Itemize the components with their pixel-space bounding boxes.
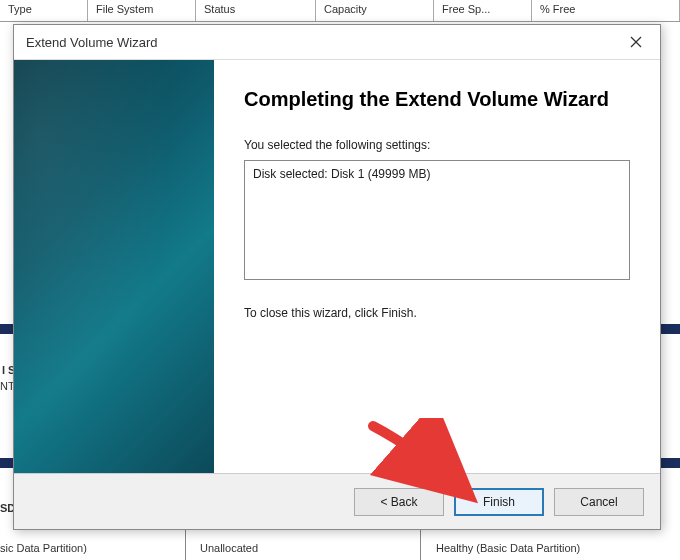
button-row: < Back Finish Cancel <box>14 473 660 529</box>
bg-table-header: Type File System Status Capacity Free Sp… <box>0 0 680 22</box>
bg-th-type[interactable]: Type <box>0 0 88 21</box>
back-button[interactable]: < Back <box>354 488 444 516</box>
extend-volume-wizard-dialog: Extend Volume Wizard Completing the Exte… <box>13 24 661 530</box>
close-icon <box>630 36 642 48</box>
bg-label-partition2: Healthy (Basic Data Partition) <box>436 542 580 554</box>
bg-th-capacity[interactable]: Capacity <box>316 0 434 21</box>
close-button[interactable] <box>618 28 654 56</box>
settings-summary-box: Disk selected: Disk 1 (49999 MB) <box>244 160 630 280</box>
dialog-titlebar: Extend Volume Wizard <box>14 25 660 59</box>
dialog-content: Completing the Extend Volume Wizard You … <box>14 59 660 473</box>
bg-label-partition1: sic Data Partition) <box>0 542 87 554</box>
settings-line: Disk selected: Disk 1 (49999 MB) <box>253 167 430 181</box>
bg-th-filesystem[interactable]: File System <box>88 0 196 21</box>
finish-button[interactable]: Finish <box>454 488 544 516</box>
wizard-main: Completing the Extend Volume Wizard You … <box>214 60 660 473</box>
cancel-button[interactable]: Cancel <box>554 488 644 516</box>
bg-th-pctfree[interactable]: % Free <box>532 0 680 21</box>
bg-th-status[interactable]: Status <box>196 0 316 21</box>
close-hint-text: To close this wizard, click Finish. <box>244 306 630 320</box>
wizard-side-graphic <box>14 60 214 473</box>
bg-th-freesp[interactable]: Free Sp... <box>434 0 532 21</box>
wizard-heading: Completing the Extend Volume Wizard <box>244 86 630 112</box>
dialog-title: Extend Volume Wizard <box>26 35 158 50</box>
wizard-subtext: You selected the following settings: <box>244 138 630 152</box>
bg-label-unallocated: Unallocated <box>200 542 258 554</box>
